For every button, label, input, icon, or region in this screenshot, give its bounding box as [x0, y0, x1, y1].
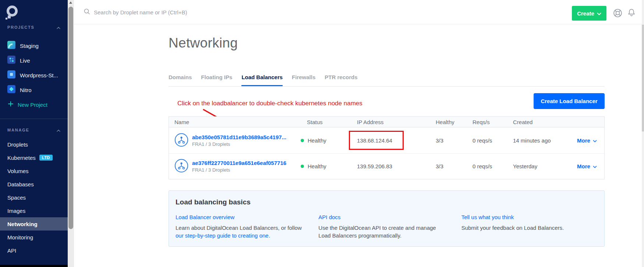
- project-icon-live: [7, 56, 15, 65]
- sidebar-item-networking[interactable]: Networking: [0, 217, 68, 231]
- sidebar-item-volumes[interactable]: Volumes: [0, 164, 68, 178]
- scrollbar-thumb[interactable]: [642, 25, 644, 131]
- search-input[interactable]: [94, 9, 300, 15]
- more-label: More: [577, 163, 590, 169]
- page-title: Networking: [169, 35, 238, 51]
- manage-list: Droplets Kubernetes LTD Volumes Database…: [0, 138, 68, 257]
- manage-label: MANAGE: [7, 128, 29, 132]
- tab-ptr-records[interactable]: PTR records: [325, 72, 357, 86]
- load-balancer-icon: [174, 159, 188, 174]
- status-dot: [301, 139, 304, 142]
- chevron-down-icon: [593, 163, 597, 169]
- create-load-balancer-button[interactable]: Create Load Balancer: [534, 93, 605, 109]
- tell-us-link[interactable]: Tell us what you think: [461, 214, 514, 220]
- sidebar-item-kubernetes[interactable]: Kubernetes LTD: [0, 151, 68, 164]
- digitalocean-logo[interactable]: [5, 5, 19, 21]
- requests-per-second: 0 reqs/s: [473, 137, 513, 144]
- tab-firewalls[interactable]: Firewalls: [292, 72, 315, 86]
- load-balancer-name-link[interactable]: ae376ff22770011e9a651e6eaf057716: [192, 160, 286, 166]
- manage-item-label: Volumes: [7, 168, 29, 174]
- sidebar-item-staging[interactable]: Staging: [0, 38, 68, 53]
- table-row[interactable]: ae376ff22770011e9a651e6eaf057716 FRA1 / …: [169, 153, 604, 179]
- bell-icon[interactable]: [627, 8, 636, 19]
- chevron-up-icon: [57, 24, 60, 31]
- projects-list: Staging Live Wordpress-St... Nitro: [0, 38, 68, 97]
- sidebar-item-databases[interactable]: Databases: [0, 178, 68, 191]
- search-bar: [84, 0, 300, 24]
- new-project-button[interactable]: New Project: [0, 97, 68, 112]
- projects-section-header[interactable]: PROJECTS: [7, 24, 60, 30]
- basics-text: Load Balancers programmatically.: [318, 232, 450, 239]
- project-label: Staging: [20, 43, 39, 49]
- tab-domains[interactable]: Domains: [169, 72, 192, 86]
- status-label: Healthy: [308, 163, 326, 169]
- basics-text: Submit your feedback on Load Balancers.: [461, 224, 593, 232]
- table-header: Name Status IP Address Healthy Reqs/s Cr…: [169, 117, 604, 127]
- sidebar: PROJECTS Staging Live Wordpress-St...: [0, 0, 68, 267]
- sidebar-item-droplets[interactable]: Droplets: [0, 138, 68, 151]
- plus-icon: [8, 101, 13, 108]
- sidebar-item-monitoring[interactable]: Monitoring: [0, 231, 68, 244]
- chevron-up-icon: [57, 127, 60, 133]
- basics-column-overview: Load Balancer overview Learn about Digit…: [176, 214, 318, 239]
- bottom-black-strip: [0, 265, 68, 267]
- healthy-count: 3/3: [436, 137, 473, 144]
- basics-text: Use the DigitalOcean API to create and m…: [318, 224, 450, 232]
- basics-column-feedback: Tell us what you think Submit your feedb…: [461, 214, 604, 239]
- manage-item-label: Databases: [7, 181, 34, 187]
- support-icon[interactable]: [613, 8, 623, 20]
- new-project-label: New Project: [18, 102, 47, 108]
- project-icon-wordpress: [7, 70, 15, 80]
- sidebar-item-nitro[interactable]: Nitro: [0, 82, 68, 97]
- table-row[interactable]: abe350e05781d11e9b3689a5c4197... FRA1 / …: [169, 127, 604, 153]
- created-time: Yesterday: [513, 163, 577, 169]
- created-time: 14 minutes ago: [513, 137, 577, 144]
- sidebar-item-spaces[interactable]: Spaces: [0, 191, 68, 204]
- ip-address: 138.68.124.64: [357, 137, 436, 144]
- load-balancing-basics-panel: Load balancing basics Load Balancer over…: [169, 190, 605, 247]
- column-header-created: Created: [513, 119, 577, 125]
- load-balancer-overview-link[interactable]: Load Balancer overview: [176, 214, 234, 220]
- basics-column-api: API docs Use the DigitalOcean API to cre…: [318, 214, 461, 239]
- sidebar-item-images[interactable]: Images: [0, 204, 68, 217]
- load-balancer-name-link[interactable]: abe350e05781d11e9b3689a5c4197...: [192, 134, 286, 140]
- api-docs-link[interactable]: API docs: [318, 214, 340, 220]
- page-scrollbar: [642, 0, 644, 267]
- column-header-ip: IP Address: [357, 119, 436, 125]
- create-button[interactable]: Create: [572, 6, 606, 21]
- status-label: Healthy: [308, 137, 326, 144]
- sidebar-item-live[interactable]: Live: [0, 53, 68, 68]
- status-dot: [301, 165, 304, 168]
- healthy-count: 3/3: [436, 163, 473, 169]
- column-header-status: Status: [300, 119, 357, 125]
- column-header-reqs: Reqs/s: [473, 119, 513, 125]
- tab-bar: Domains Floating IPs Load Balancers Fire…: [169, 72, 605, 87]
- more-button[interactable]: More: [577, 137, 604, 144]
- requests-per-second: 0 reqs/s: [473, 163, 513, 169]
- manage-item-label: API: [7, 247, 16, 254]
- manage-item-label: Spaces: [7, 194, 26, 201]
- step-by-step-guide-link[interactable]: our step-by-step guide to creating one.: [176, 232, 307, 239]
- tab-floating-ips[interactable]: Floating IPs: [201, 72, 232, 86]
- load-balancer-icon: [174, 133, 188, 148]
- search-icon: [84, 8, 90, 16]
- basics-text: Learn about DigitalOcean Load Balancers,…: [176, 224, 307, 232]
- manage-item-label: Kubernetes: [7, 155, 36, 161]
- project-label: Live: [20, 57, 30, 64]
- project-label: Nitro: [20, 87, 32, 93]
- scrollbar-up-arrow[interactable]: [69, 1, 72, 4]
- project-icon-nitro: [7, 85, 15, 95]
- sidebar-item-api[interactable]: API: [0, 244, 68, 257]
- more-button[interactable]: More: [577, 163, 604, 169]
- manage-section-header[interactable]: MANAGE: [7, 127, 60, 133]
- ip-address: 139.59.206.83: [357, 163, 436, 169]
- projects-label: PROJECTS: [7, 25, 35, 29]
- load-balancer-meta: FRA1 / 3 Droplets: [192, 141, 286, 147]
- tab-load-balancers[interactable]: Load Balancers: [241, 72, 283, 86]
- manage-item-label: Droplets: [7, 141, 28, 148]
- sidebar-scrollbar: [68, 0, 74, 267]
- sidebar-item-wordpress[interactable]: Wordpress-St...: [0, 68, 68, 82]
- column-header-healthy: Healthy: [436, 119, 473, 125]
- column-header-name: Name: [169, 119, 300, 125]
- scrollbar-thumb[interactable]: [68, 7, 73, 229]
